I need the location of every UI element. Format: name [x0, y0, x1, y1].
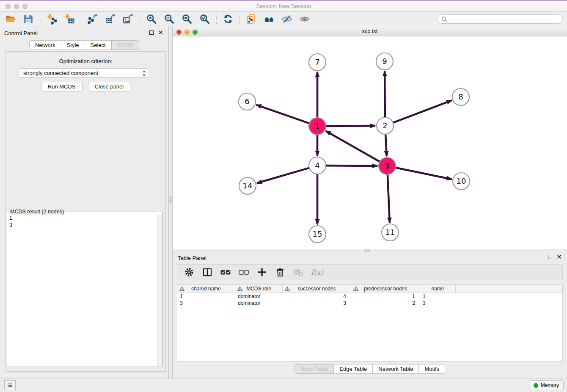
network-graph: 7968124314101511 [173, 37, 567, 249]
import-table-icon[interactable] [62, 13, 77, 25]
column-header-shared-name[interactable]: shared name [177, 285, 235, 293]
show-details-icon[interactable] [297, 13, 312, 25]
tab-style[interactable]: Style [61, 40, 85, 50]
column-header-name[interactable]: name [420, 285, 456, 293]
network-window-titlebar[interactable]: scc.txt [173, 26, 567, 36]
select-all-icon[interactable] [220, 267, 231, 278]
hierarchy-icon [237, 287, 242, 291]
control-panel: Control Panel ✕ NetworkStyleSelectMCDS O… [0, 26, 168, 378]
graph-edge-4-3[interactable] [326, 166, 377, 166]
close-panel-button[interactable]: Close panel [88, 82, 131, 91]
float-table-panel-icon[interactable] [548, 255, 552, 259]
close-table-panel-icon[interactable]: ✕ [556, 255, 562, 259]
graph-node-7[interactable]: 7 [309, 54, 326, 71]
memory-button[interactable]: Memory [529, 380, 564, 390]
vertical-splitter[interactable] [168, 26, 173, 378]
table-row[interactable]: 1dominator411 [177, 293, 562, 300]
column-header-label: MCDS role [246, 286, 271, 292]
select-stepper-icon [142, 70, 146, 78]
graph-node-2[interactable]: 2 [377, 117, 394, 134]
search-input[interactable] [438, 14, 563, 24]
minimize-window-icon[interactable] [14, 4, 19, 9]
graph-edge-3-10[interactable] [396, 168, 452, 179]
graph-node-6[interactable]: 6 [239, 93, 256, 110]
graph-edge-1-2[interactable] [326, 126, 375, 126]
run-mcds-button[interactable]: Run MCDS [41, 82, 83, 91]
home-icon[interactable] [262, 13, 276, 25]
close-panel-icon[interactable]: ✕ [158, 30, 163, 35]
tab-network[interactable]: Network [29, 40, 61, 50]
hide-details-icon[interactable] [280, 13, 294, 25]
tab-motifs[interactable]: Motifs [418, 364, 445, 374]
horizontal-splitter-handle[interactable] [364, 249, 370, 252]
column-header-mcds-role[interactable]: MCDS role [235, 285, 283, 293]
close-window-icon[interactable] [6, 4, 11, 9]
gear-icon[interactable] [184, 267, 195, 278]
horizontal-splitter[interactable] [173, 249, 567, 252]
graph-node-4[interactable]: 4 [309, 157, 326, 174]
export-network-icon[interactable] [85, 13, 100, 25]
app-window-controls[interactable] [6, 4, 28, 9]
result-scrollbar[interactable] [157, 215, 162, 367]
tab-edge-table[interactable]: Edge Table [333, 364, 373, 374]
graph-edge-3-11[interactable] [388, 174, 390, 223]
graph-node-3[interactable]: 3 [379, 157, 396, 174]
graph-edge-2-3[interactable] [385, 134, 387, 156]
toolbar-separator [216, 14, 217, 25]
graph-node-14[interactable]: 14 [239, 177, 256, 194]
network-close-icon[interactable] [176, 29, 182, 36]
table-body: 1dominator4113dominator323 [177, 293, 562, 306]
graph-edge-1-6[interactable] [256, 105, 309, 124]
graph-node-9[interactable]: 9 [376, 53, 393, 70]
zoom-selected-icon[interactable] [198, 13, 212, 25]
tab-select[interactable]: Select [85, 40, 112, 50]
function-icon: f(x) [311, 268, 323, 276]
task-history-button[interactable] [4, 380, 16, 390]
network-maximize-icon[interactable] [193, 29, 198, 36]
main-toolbar [0, 12, 567, 26]
save-session-icon[interactable] [21, 13, 36, 25]
column-header-successor-nodes[interactable]: successor nodes [283, 285, 351, 293]
zoom-out-icon[interactable] [162, 13, 176, 25]
network-minimize-icon[interactable] [184, 29, 190, 36]
float-panel-icon[interactable] [149, 30, 154, 35]
column-header-predecessor-nodes[interactable]: predecessor nodes [351, 285, 420, 293]
list-icon [7, 382, 13, 389]
status-bar: Memory [0, 378, 567, 392]
refresh-icon[interactable] [221, 13, 235, 25]
graph-node-11[interactable]: 11 [382, 224, 399, 241]
graph-edge-2-9[interactable] [385, 71, 385, 117]
function-icon-label: f(x) [311, 268, 323, 276]
optimization-select[interactable]: strongly connected component [19, 68, 149, 78]
table-row[interactable]: 3dominator323 [177, 300, 562, 306]
export-table-icon[interactable] [103, 13, 118, 25]
svg-text:11: 11 [385, 228, 395, 237]
vertical-splitter-handle[interactable] [169, 196, 172, 203]
zoom-fit-icon[interactable] [180, 13, 194, 25]
graph-edge-2-8[interactable] [393, 100, 452, 123]
open-file-icon[interactable] [3, 13, 18, 25]
graph-edge-3-1[interactable] [326, 131, 380, 162]
table-cell: 1 [177, 293, 235, 299]
import-network-icon[interactable] [44, 13, 59, 25]
add-icon[interactable] [256, 267, 267, 278]
graph-node-15[interactable]: 15 [309, 226, 326, 243]
tab-mcds[interactable]: MCDS [111, 40, 139, 50]
deselect-all-icon[interactable] [238, 267, 249, 278]
graph-node-8[interactable]: 8 [452, 88, 469, 105]
network-canvas[interactable]: 7968124314101511 [173, 37, 567, 249]
app-titlebar: Session: New Session [0, 1, 567, 12]
export-image-icon[interactable] [121, 13, 135, 25]
split-view-icon[interactable] [202, 267, 213, 278]
table-cell: 2 [351, 300, 420, 306]
graph-edge-4-14[interactable] [257, 168, 309, 183]
trash-icon[interactable] [275, 267, 286, 278]
maximize-window-icon[interactable] [22, 4, 28, 9]
tab-node-table[interactable]: Node Table [295, 364, 334, 374]
tab-network-table[interactable]: Network Table [372, 364, 419, 374]
graph-node-10[interactable]: 10 [453, 173, 470, 190]
duplicate-network-icon[interactable] [244, 13, 259, 25]
zoom-in-icon[interactable] [144, 13, 159, 25]
table-cell: 1 [420, 293, 456, 299]
graph-node-1[interactable]: 1 [309, 118, 326, 135]
